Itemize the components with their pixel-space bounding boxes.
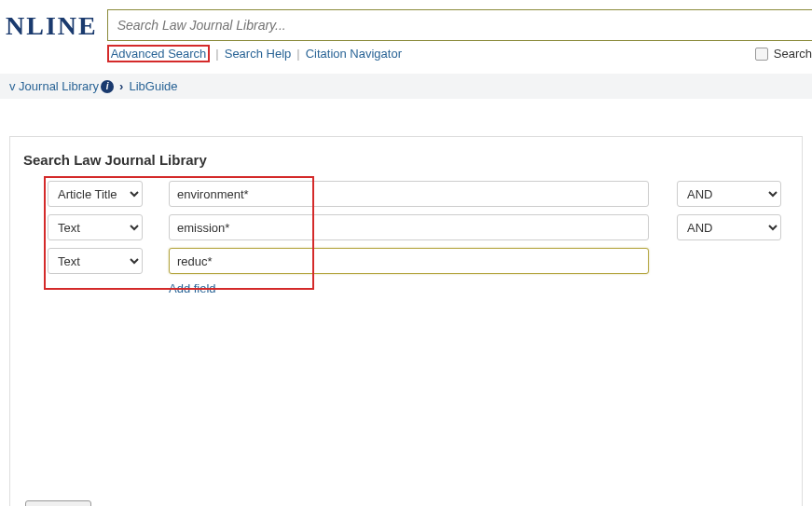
info-icon[interactable]: i xyxy=(101,80,114,93)
breadcrumb-item-journal-library[interactable]: v Journal Library xyxy=(9,79,99,93)
search-button[interactable]: Search xyxy=(25,500,91,506)
term-input-1[interactable] xyxy=(169,214,649,240)
breadcrumb: v Journal Library i › LibGuide xyxy=(0,74,812,99)
search-checkbox-label: Search xyxy=(774,47,812,61)
field-select-0[interactable]: Article Title xyxy=(48,181,143,207)
search-checkbox-area: Search xyxy=(755,47,812,61)
field-select-1[interactable]: Text xyxy=(48,214,143,240)
advanced-search-link[interactable]: Advanced Search xyxy=(111,47,207,61)
operator-select-0[interactable]: AND xyxy=(677,181,781,207)
search-row: Text AND xyxy=(48,214,792,240)
add-field-link[interactable]: Add field xyxy=(169,281,792,295)
search-row: Article Title AND xyxy=(48,181,792,207)
field-select-2[interactable]: Text xyxy=(48,248,143,274)
advanced-search-highlight: Advanced Search xyxy=(107,45,211,62)
search-help-link[interactable]: Search Help xyxy=(225,47,292,61)
term-input-0[interactable] xyxy=(169,181,649,207)
logo-text: NLINE xyxy=(0,9,107,41)
operator-select-1[interactable]: AND xyxy=(677,214,781,240)
search-row: Text xyxy=(48,248,792,274)
separator: | xyxy=(215,47,218,61)
breadcrumb-item-libguide[interactable]: LibGuide xyxy=(129,79,177,93)
main-search-input[interactable] xyxy=(107,9,812,41)
search-checkbox[interactable] xyxy=(755,48,768,61)
sub-links-row: Advanced Search | Search Help | Citation… xyxy=(107,45,812,62)
advanced-search-panel: Search Law Journal Library Article Title… xyxy=(9,136,803,506)
citation-navigator-link[interactable]: Citation Navigator xyxy=(306,47,402,61)
panel-title: Search Law Journal Library xyxy=(23,152,792,168)
term-input-2[interactable] xyxy=(169,248,649,274)
chevron-right-icon: › xyxy=(119,79,123,93)
separator: | xyxy=(296,47,299,61)
